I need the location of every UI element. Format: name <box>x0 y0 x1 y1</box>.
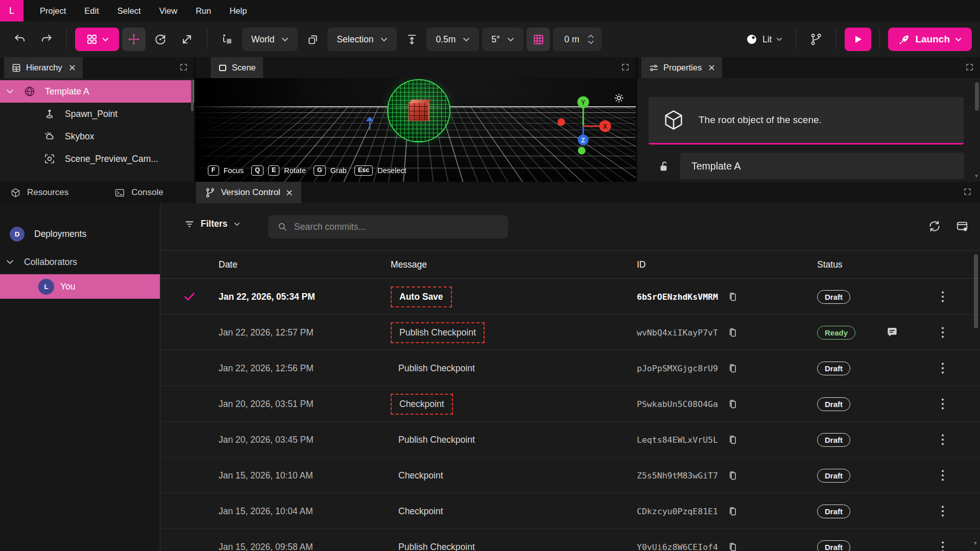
commit-row[interactable]: Jan 20, 2026, 03:51 PM Checkpoint PSwkab… <box>160 386 980 422</box>
copy-id-button[interactable] <box>727 363 738 374</box>
red-cube-object[interactable] <box>409 103 429 121</box>
stepper-down-icon[interactable] <box>587 40 594 44</box>
tab-properties[interactable]: Properties <box>641 57 722 78</box>
commit-row[interactable]: Jan 22, 2026, 12:57 PM Publish Checkpoin… <box>160 315 980 350</box>
search-commits-input[interactable] <box>294 222 499 232</box>
hierarchy-scrollbar[interactable] <box>191 80 194 111</box>
tab-scene[interactable]: Scene <box>211 57 263 78</box>
commit-row[interactable]: Jan 15, 2026, 10:10 AM Checkpoint Z5s5Nh… <box>160 458 980 493</box>
commit-row[interactable]: Jan 22, 2026, 12:56 PM Publish Checkpoin… <box>160 350 980 386</box>
elevation-stepper[interactable]: 0 m <box>553 28 602 51</box>
filters-dropdown[interactable]: Filters <box>184 219 240 229</box>
commit-id: CDkzcyu0PzqE81E1 <box>637 507 718 516</box>
sliders-icon <box>649 63 659 73</box>
commit-row[interactable]: Jan 15, 2026, 09:58 AM Publish Checkpoin… <box>160 529 980 551</box>
row-menu-kebab-icon[interactable] <box>936 538 950 551</box>
world-globe-icon <box>23 85 36 98</box>
row-menu-kebab-icon[interactable] <box>936 324 950 341</box>
move-tool-button[interactable] <box>122 28 146 51</box>
row-menu-kebab-icon[interactable] <box>936 395 950 413</box>
menu-help[interactable]: Help <box>220 0 256 21</box>
vertical-snap-button[interactable] <box>400 28 423 51</box>
rotate-snap-dropdown[interactable]: 5° <box>482 28 523 51</box>
row-menu-kebab-icon[interactable] <box>936 288 950 305</box>
search-commits-box[interactable] <box>268 215 508 238</box>
hierarchy-item-template-a[interactable]: Template A <box>0 80 194 103</box>
version-control-button[interactable] <box>804 28 828 51</box>
expand-panel-icon[interactable] <box>621 63 630 71</box>
menu-view[interactable]: View <box>150 0 186 21</box>
copy-id-button[interactable] <box>727 399 738 410</box>
menu-edit[interactable]: Edit <box>75 0 108 21</box>
selected-sphere-object[interactable] <box>387 79 450 142</box>
expand-panel-icon[interactable] <box>965 63 974 71</box>
expand-panel-icon[interactable] <box>963 187 972 196</box>
row-menu-kebab-icon[interactable] <box>936 502 950 520</box>
commit-row[interactable]: Jan 20, 2026, 03:45 PM Publish Checkpoin… <box>160 422 980 458</box>
table-scrollbar[interactable] <box>974 254 978 328</box>
properties-scrollbar[interactable] <box>975 82 979 111</box>
copy-id-button[interactable] <box>727 435 738 445</box>
stepper-up-icon[interactable] <box>587 34 594 38</box>
sidebar-item-collaborators[interactable]: Collaborators <box>0 250 160 274</box>
copy-id-button[interactable] <box>727 542 738 551</box>
launch-button[interactable]: Launch <box>888 28 972 51</box>
row-menu-kebab-icon[interactable] <box>936 467 950 484</box>
undo-button[interactable] <box>8 28 32 51</box>
menu-project[interactable]: Project <box>31 0 75 21</box>
scrollbar-down-arrow[interactable]: ▼ <box>974 173 979 179</box>
copy-id-button[interactable] <box>727 470 738 481</box>
copy-id-button[interactable] <box>727 506 738 517</box>
tab-console[interactable]: Console <box>104 187 173 198</box>
sidebar-item-deployments[interactable]: D Deployments <box>0 222 160 246</box>
hint-label: Grab <box>330 166 347 175</box>
play-button[interactable] <box>845 28 871 51</box>
hierarchy-item-spawn-point[interactable]: Spawn_Point <box>0 103 194 125</box>
asset-library-button[interactable] <box>75 28 119 51</box>
tab-version-control[interactable]: Version Control <box>196 182 301 203</box>
expand-panel-icon[interactable] <box>179 63 188 71</box>
lock-open-icon[interactable] <box>658 160 671 173</box>
orientation-gizmo[interactable]: Y X Z <box>550 92 616 159</box>
row-menu-kebab-icon[interactable] <box>936 431 950 448</box>
rotate-tool-button[interactable] <box>149 28 172 51</box>
menu-select[interactable]: Select <box>108 0 150 21</box>
refresh-button[interactable] <box>928 220 941 233</box>
viewport-settings-gear-icon[interactable] <box>613 92 625 104</box>
commit-settings-button[interactable] <box>955 220 969 233</box>
chevron-down-icon <box>507 37 514 42</box>
duplicate-instance-button[interactable] <box>216 28 239 51</box>
pivot-mode-button[interactable] <box>301 28 324 51</box>
gizmo-y-label: Y <box>581 99 585 106</box>
shading-mode-dropdown[interactable]: Lit <box>740 33 787 45</box>
commit-date: Jan 22, 2026, 12:56 PM <box>219 363 391 374</box>
tab-hierarchy[interactable]: Hierarchy <box>4 57 83 78</box>
close-tab-icon[interactable] <box>286 189 293 196</box>
menu-run[interactable]: Run <box>186 0 220 21</box>
tab-resources[interactable]: Resources <box>0 187 79 198</box>
row-menu-kebab-icon[interactable] <box>936 360 950 377</box>
scene-viewport[interactable]: Y X Z F Focus Q E Rotate G Gra <box>196 78 636 182</box>
close-tab-icon[interactable] <box>69 64 76 71</box>
copy-id-button[interactable] <box>727 327 738 338</box>
move-snap-dropdown[interactable]: 0.5m <box>426 28 479 51</box>
copy-id-button[interactable] <box>727 292 738 302</box>
translate-gizmo-arrow[interactable] <box>364 115 375 130</box>
scrollbar-down-arrow[interactable]: ▼ <box>973 540 978 546</box>
scale-tool-button[interactable] <box>175 28 199 51</box>
grid-snap-toggle[interactable] <box>527 28 550 51</box>
tab-label: Hierarchy <box>26 63 62 73</box>
redo-button[interactable] <box>35 28 58 51</box>
pivot-target-dropdown[interactable]: Selection <box>327 28 397 51</box>
chevron-down-icon[interactable] <box>6 89 14 94</box>
hierarchy-item-skybox[interactable]: Skybox <box>0 125 194 148</box>
object-name-field[interactable] <box>680 153 964 179</box>
hierarchy-item-scene-preview-cam[interactable]: Scene_Preview_Cam... <box>0 148 194 170</box>
commit-row[interactable]: Jan 15, 2026, 10:04 AM Checkpoint CDkzcy… <box>160 493 980 529</box>
close-tab-icon[interactable] <box>708 64 715 71</box>
sidebar-item-you[interactable]: L You <box>0 274 160 299</box>
app-logo[interactable]: L <box>0 0 23 21</box>
transform-space-dropdown[interactable]: World <box>242 28 298 51</box>
comment-icon[interactable] <box>886 326 899 339</box>
commit-row[interactable]: Jan 22, 2026, 05:34 PM Auto Save 6bSrOEN… <box>160 279 980 315</box>
